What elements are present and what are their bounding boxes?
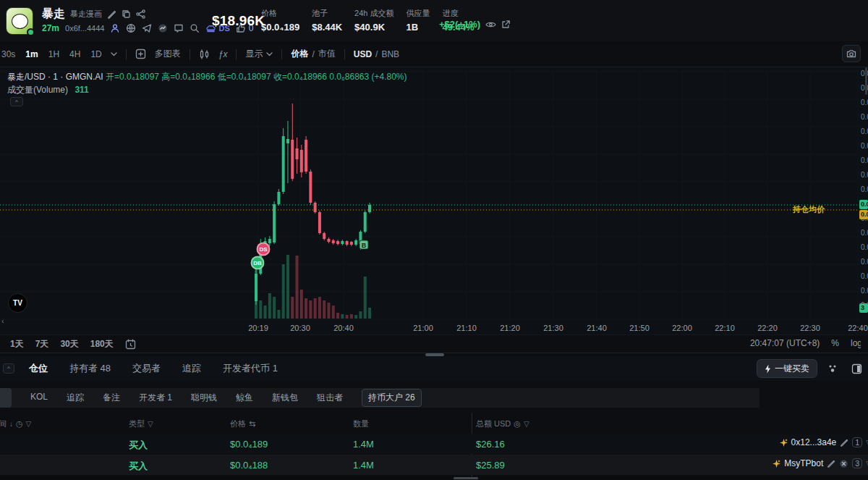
ohlc-high: 高=0.0₄18966 — [161, 72, 215, 82]
filter-备注[interactable]: 备注 — [103, 392, 120, 404]
blocked-bot-icon[interactable] — [839, 459, 848, 468]
range-180天[interactable]: 180天 — [90, 338, 114, 350]
stat-label: 池子 — [312, 8, 342, 19]
col-type[interactable]: 类型▽ — [129, 418, 153, 429]
website-icon[interactable] — [126, 23, 136, 33]
trade-marker-DB[interactable]: DB — [251, 256, 265, 270]
filter-聪明钱[interactable]: 聪明钱 — [191, 392, 217, 404]
log-scale-button[interactable]: log — [851, 338, 861, 348]
filter-funnel-icon[interactable]: ▽ — [26, 420, 32, 428]
edit-icon[interactable] — [107, 9, 116, 19]
layout-toggle-button[interactable] — [848, 360, 865, 377]
filter-funnel-icon[interactable]: ▽ — [524, 420, 529, 428]
maker-trade-count-badge[interactable]: 1 — [852, 437, 862, 447]
col-price[interactable]: 价格⇆ — [230, 418, 255, 429]
maker-address[interactable]: 0x12...3a4e — [791, 437, 837, 447]
filter-funnel-icon[interactable]: ▽ — [148, 420, 153, 428]
range-30天[interactable]: 30天 — [60, 338, 78, 350]
panel-collapse-button[interactable]: ^ — [3, 363, 14, 374]
mcap-mode-label[interactable]: 市值 — [318, 48, 336, 60]
bnb-label[interactable]: BNB — [381, 49, 399, 59]
range-1天[interactable]: 1天 — [10, 338, 24, 350]
filter-狙击者[interactable]: 狙击者 — [317, 392, 343, 404]
copy-icon[interactable] — [122, 9, 131, 19]
time-axis[interactable]: 20:1920:3020:4021:0021:1021:2021:3021:40… — [0, 322, 868, 334]
table-row[interactable]: 买入$0.0₄1881.4M$25.89MsyTPbot3▽ — [0, 455, 868, 475]
chart-clock[interactable]: 20:47:07 (UTC+8) — [750, 338, 820, 348]
currency-toggle[interactable]: USD/BNB — [354, 49, 399, 59]
swap-sort-icon[interactable]: ⇆ — [249, 419, 255, 429]
filter-KOL[interactable]: KOL — [30, 392, 48, 404]
telegram-icon[interactable] — [142, 23, 152, 33]
token-avatar[interactable] — [6, 7, 33, 35]
screenshot-camera-button[interactable] — [842, 45, 861, 62]
status-dot — [27, 28, 35, 36]
stat-label: 价格 — [261, 8, 299, 19]
interval-4H[interactable]: 4H — [69, 49, 80, 59]
candlestick-chart[interactable] — [0, 67, 859, 322]
volume-label: 成交量(Volume) — [7, 85, 68, 95]
add-chart-icon[interactable] — [135, 49, 146, 59]
legend-collapse-button[interactable]: ^ — [10, 97, 23, 106]
note-edit-icon[interactable] — [840, 438, 848, 447]
display-menu[interactable]: 显示 — [245, 48, 273, 60]
percent-scale-button[interactable]: % — [831, 338, 839, 348]
filter-holder-whales[interactable]: 持币大户 26 — [362, 389, 422, 407]
col-amount: 数量 — [353, 418, 369, 429]
interval-30s[interactable]: 30s — [1, 49, 15, 59]
eye-icon[interactable] — [485, 20, 496, 29]
time-tick: 20:19 — [248, 324, 268, 332]
horizontal-scrollbar-thumb[interactable] — [454, 477, 478, 479]
price-axis-label: 0.0 — [861, 258, 868, 266]
usd-label[interactable]: USD — [354, 49, 372, 59]
candle-style-icon[interactable] — [199, 49, 210, 59]
col-time[interactable]: 时间 ↓◷▽ — [0, 418, 31, 429]
range-7天[interactable]: 7天 — [35, 338, 49, 350]
filter-鲸鱼[interactable]: 鲸鱼 — [236, 392, 253, 404]
share-icon[interactable] — [136, 9, 145, 19]
copy-trade-button[interactable] — [824, 360, 841, 377]
table-row[interactable]: 买入$0.0₄1891.4M$26.160x12...3a4e1▽ — [0, 434, 868, 454]
note-edit-icon[interactable] — [827, 459, 835, 468]
creator-icon[interactable] — [110, 23, 120, 33]
indicators-fx-icon[interactable]: ƒx — [218, 49, 228, 59]
intervals-chevron-down-icon[interactable] — [111, 52, 117, 56]
external-link-icon[interactable] — [501, 20, 511, 29]
currency-circle-icon[interactable]: ◎ — [514, 419, 521, 429]
tab-开发者代币 1[interactable]: 开发者代币 1 — [223, 362, 278, 375]
tab-追踪[interactable]: 追踪 — [182, 362, 201, 375]
contract-address[interactable]: 0x6f...4444 — [65, 24, 104, 33]
calendar-clock-icon[interactable] — [125, 339, 136, 350]
token-header: 暴走 暴走漫画 27m 0x6f...4444 DS 0 $18.96K 价格$… — [0, 0, 868, 41]
filter-追踪[interactable]: 追踪 — [67, 392, 84, 404]
interval-1H[interactable]: 1H — [48, 49, 59, 59]
vertical-scrollbar-thumb[interactable] — [865, 67, 867, 95]
tab-持有者 48[interactable]: 持有者 48 — [69, 362, 111, 375]
filter-开发者 1[interactable]: 开发者 1 — [139, 392, 172, 404]
quick-trade-button[interactable]: 一键买卖 — [757, 359, 817, 378]
col-total[interactable]: 总额 USD◎▽ — [476, 418, 529, 429]
search-icon[interactable] — [190, 23, 200, 33]
divider — [281, 49, 282, 59]
filter-all-selected-stub[interactable] — [0, 388, 12, 408]
trade-marker-B[interactable]: B — [359, 240, 369, 250]
multichart-button[interactable]: 多图表 — [155, 48, 181, 60]
chart-symbol: 暴走/USD · 1 · GMGN.AI — [7, 72, 103, 82]
interval-1m[interactable]: 1m — [25, 49, 38, 59]
clock-filter-icon[interactable]: ◷ — [16, 419, 23, 429]
maker-trade-count-badge[interactable]: 3 — [852, 458, 862, 468]
maker-address[interactable]: MsyTPbot — [784, 458, 823, 468]
tradingview-logo[interactable]: TV — [8, 293, 27, 313]
stat-value: 1B — [407, 22, 430, 33]
price-axis-label: 0.0 — [861, 185, 868, 193]
chart-site-icon[interactable] — [158, 23, 168, 33]
tab-交易者[interactable]: 交易者 — [132, 362, 161, 375]
chevron-down-icon — [266, 52, 273, 56]
price-mcap-toggle[interactable]: 价格/市值 — [291, 48, 335, 60]
banner-icon[interactable] — [174, 23, 184, 33]
interval-1D[interactable]: 1D — [90, 49, 101, 59]
tab-仓位[interactable]: 仓位 — [29, 362, 48, 375]
filter-新钱包[interactable]: 新钱包 — [272, 392, 298, 404]
trade-marker-DS[interactable]: DS — [257, 243, 271, 256]
price-mode-label[interactable]: 价格 — [291, 48, 308, 60]
